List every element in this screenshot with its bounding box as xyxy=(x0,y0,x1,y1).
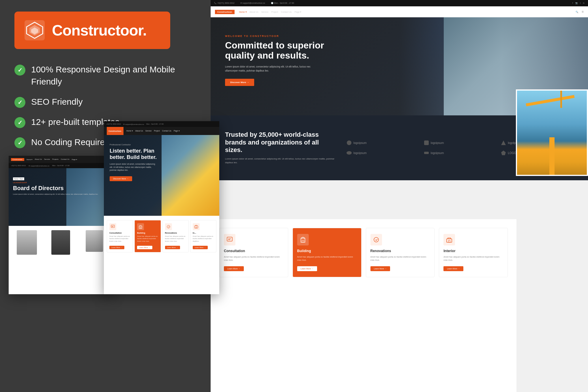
service-btn-interior[interactable]: Learn More → xyxy=(443,266,463,271)
check-icon-4 xyxy=(14,137,25,148)
third-team-section xyxy=(9,226,113,261)
nav-home[interactable]: Home ▾ xyxy=(239,11,246,13)
service-name-consultation: Consultation xyxy=(224,249,284,253)
hero-button[interactable]: Discover More → xyxy=(225,79,254,86)
second-building-icon xyxy=(137,223,144,230)
crane-mast xyxy=(549,137,555,175)
second-services: Consultation Amet hac aliquam porta ex f… xyxy=(104,216,219,257)
second-hero-title: Listen better. Plan better. Build better… xyxy=(110,148,162,160)
building-icon xyxy=(297,234,309,245)
third-description: Lorem ipsum dolor sit amet, consectetur … xyxy=(13,193,108,195)
service-card-building: Building Amet hac aliquam porta ex facil… xyxy=(293,228,362,277)
service-desc-interior: Amet hac aliquam porta ex facilisi eleif… xyxy=(443,255,503,262)
trusted-description: Lorem ipsum dolor sit amet, consectetur … xyxy=(225,157,335,165)
nav-logo: Constructoor. xyxy=(215,10,235,14)
partner-logo-4: logoipsum xyxy=(346,150,419,156)
nav-project[interactable]: Project xyxy=(271,11,278,13)
service-card-renovations: Renovations Amet hac aliquam porta ex fa… xyxy=(366,228,435,277)
second-hero-button[interactable]: Discover More → xyxy=(110,176,132,181)
second-sname-2: Building xyxy=(137,232,158,234)
svg-marker-6 xyxy=(501,140,506,145)
svg-rect-5 xyxy=(424,140,429,145)
service-btn-renovations[interactable]: Learn More → xyxy=(370,266,390,271)
nav-right-icons: 🔍 ☰ xyxy=(576,11,584,13)
second-sdesc-3: Amet hac aliquam porta ex facilisi eleif… xyxy=(165,235,186,242)
third-topbar: +0(271) 3003-3013 ✉ support@constructoo.… xyxy=(9,163,113,168)
svg-rect-10 xyxy=(227,237,232,241)
crane-tower xyxy=(560,91,562,108)
feature-item-1: 100% Responsive Design and Mobile Friend… xyxy=(14,63,196,88)
partner-logo-2: logoipsum xyxy=(424,140,497,146)
logo-banner: Constructoor. xyxy=(14,12,170,49)
nav-about[interactable]: About Us xyxy=(250,11,259,13)
partner-logo-5: logoipsum xyxy=(424,150,497,156)
twitter-icon: t xyxy=(580,2,581,4)
svg-rect-27 xyxy=(196,227,197,228)
second-pro-label: Professional Contractor xyxy=(110,144,214,146)
check-icon-2 xyxy=(14,97,25,108)
third-leadership-label: LEADERSHIP xyxy=(13,182,108,183)
second-sbtn-3[interactable]: Learn More → xyxy=(165,246,180,249)
third-breadcrumb: Home > Team xyxy=(13,177,24,180)
topbar-email: ✉ support@constructoor.co xyxy=(240,2,265,4)
hero-welcome: WELCOME TO CONSTRUCTOOR xyxy=(225,35,574,37)
svg-point-17 xyxy=(374,237,379,242)
services-section: Consultation Amet hac aliquam porta ex f… xyxy=(211,219,516,392)
instagram-icon: 📷 xyxy=(575,2,578,4)
service-btn-consultation[interactable]: Learn More → xyxy=(224,266,244,271)
second-sbtn-1[interactable]: Learn More → xyxy=(109,246,124,249)
hero-title: Committed to superior quality and result… xyxy=(225,40,340,61)
topbar: 📞 +0(271) 3002-3012 ✉ support@constructo… xyxy=(211,0,588,6)
second-sname-3: Renovations xyxy=(165,232,186,234)
topbar-phone: 📞 +0(271) 3002-3012 xyxy=(214,2,235,4)
svg-rect-16 xyxy=(302,240,304,242)
service-name-building: Building xyxy=(297,249,357,253)
third-nav: Constructoor. Home ▾ About Us Service Pr… xyxy=(9,156,113,163)
nav-service[interactable]: Service xyxy=(261,11,268,13)
third-hero: Home > Team LEADERSHIP Board of Director… xyxy=(9,168,113,226)
second-sname-4: In... xyxy=(193,232,214,234)
service-btn-building[interactable]: Learn More → xyxy=(297,266,317,271)
second-preview-screenshot: +0(271) 3002-3012 ✉ support@constructoo.… xyxy=(104,121,219,294)
second-hero-desc: Lorem ipsum dolor sit amet, consectetur … xyxy=(110,163,156,172)
social-icons: f 📷 t in xyxy=(572,2,585,4)
svg-rect-8 xyxy=(424,152,429,154)
service-card-consultation: Consultation Amet hac aliquam porta ex f… xyxy=(219,228,288,277)
third-page-title: Board of Directors xyxy=(13,185,108,191)
consultation-icon xyxy=(224,234,235,245)
brand-name: Constructoor. xyxy=(52,22,147,39)
person-photo-2 xyxy=(51,230,70,255)
svg-point-4 xyxy=(347,140,351,145)
second-topbar: +0(271) 3002-3012 ✉ support@constructoo.… xyxy=(104,121,219,127)
second-sbtn-4[interactable]: Learn More → xyxy=(193,246,208,249)
facebook-icon: f xyxy=(572,2,573,4)
service-name-interior: Interior xyxy=(443,249,503,253)
renovations-icon xyxy=(370,234,382,245)
crane-visual xyxy=(517,91,587,175)
service-desc-building: Amet hac aliquam porta ex facilisi eleif… xyxy=(297,255,357,262)
brand-icon xyxy=(23,19,46,42)
menu-icon[interactable]: ☰ xyxy=(582,11,584,13)
service-desc-renovations: Amet hac aliquam porta ex facilisi eleif… xyxy=(370,255,430,262)
feature-item-2: SEO Friendly xyxy=(14,96,196,108)
team-person-2 xyxy=(45,230,76,256)
svg-point-7 xyxy=(347,151,352,155)
trusted-text: Trusted by 25,000+ world-class brands an… xyxy=(225,131,335,165)
second-sname-1: Consultation xyxy=(109,232,130,234)
trusted-title: Trusted by 25,000+ world-class brands an… xyxy=(225,131,335,154)
services-grid: Consultation Amet hac aliquam porta ex f… xyxy=(219,228,508,277)
second-service-building: Building Amet hac aliquam porta ex facil… xyxy=(134,220,161,252)
crane-image xyxy=(516,89,588,176)
check-icon-3 xyxy=(14,117,25,128)
nav-contact[interactable]: Contact Us xyxy=(281,11,292,13)
linkedin-icon: in xyxy=(583,2,585,4)
second-consultation-icon xyxy=(109,223,116,230)
second-hero: Professional Contractor Listen better. P… xyxy=(104,135,219,216)
second-service-renovations: Renovations Amet hac aliquam porta ex fa… xyxy=(162,220,189,252)
person-photo-1 xyxy=(17,230,37,255)
svg-rect-18 xyxy=(447,239,452,242)
second-interior-icon xyxy=(193,223,200,230)
second-sbtn-2[interactable]: Learn More → xyxy=(137,246,152,249)
nav-page[interactable]: Page ▾ xyxy=(295,11,302,13)
search-icon[interactable]: 🔍 xyxy=(576,11,578,13)
